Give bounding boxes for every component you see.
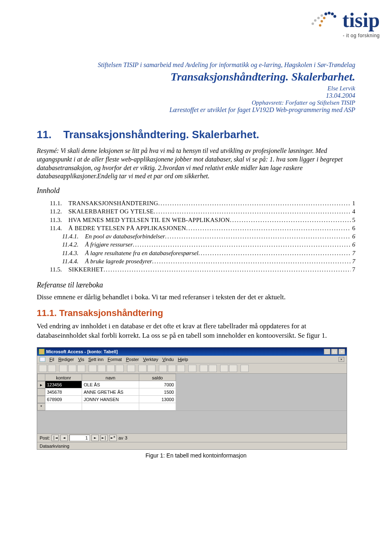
nav-first-button[interactable]: |◄ [51, 435, 59, 441]
toolbar-db-window-icon[interactable] [220, 365, 228, 372]
menu-item[interactable]: Sett inn [88, 357, 103, 362]
access-app-icon [39, 349, 45, 354]
svg-point-3 [321, 14, 323, 17]
toc-entry[interactable]: 11.5.SIKKERHET7 [37, 265, 355, 274]
cell-saldo[interactable]: 13000 [139, 396, 176, 403]
toolbar-view-icon[interactable] [39, 365, 47, 372]
toc-label: SIKKERHET [68, 265, 103, 274]
toc-page: 6 [352, 232, 356, 240]
document-title: Transaksjonshåndtering. Skalerbarhet. [37, 70, 355, 83]
column-header[interactable]: saldo [139, 374, 176, 381]
close-doc-button[interactable]: × [339, 357, 344, 362]
logo-dots-icon [310, 9, 338, 31]
date: 13.04.2004 [37, 92, 355, 99]
toolbar-save-icon[interactable] [48, 365, 56, 372]
toolbar-new-rec-icon[interactable] [200, 365, 208, 372]
toc-entry[interactable]: 11.4.4.Å bruke lagrede prosedyrer7 [37, 257, 355, 265]
column-header[interactable]: navn [82, 374, 139, 381]
toc-leader [154, 207, 351, 215]
cell-saldo[interactable]: 7000 [139, 381, 176, 388]
cell-kontonr[interactable]: 123456 [45, 381, 82, 388]
toc-label: HVA MENES MED YTELSEN TIL EN WEB-APPLIKA… [68, 216, 229, 224]
toc-number: 11.4.4. [62, 257, 78, 265]
toolbar-find-icon[interactable] [188, 365, 196, 372]
menu-item[interactable]: Verktøy [143, 357, 158, 362]
toc-entry[interactable]: 11.4.1.En pool av databaseforbindelser6 [37, 232, 355, 240]
nav-last-button[interactable]: ►| [100, 435, 108, 441]
toc-page: 6 [352, 240, 356, 249]
toolbar-format-icon[interactable] [116, 365, 124, 372]
toolbar-paste-icon[interactable] [107, 365, 115, 372]
nav-of-label: av [118, 435, 123, 440]
nav-current-input[interactable]: 1 [69, 435, 90, 441]
menu-item[interactable]: Rediger [58, 357, 74, 362]
toolbar-filter-sel-icon[interactable] [159, 365, 167, 372]
new-record-row[interactable]: * [37, 403, 347, 410]
toc-entry[interactable]: 11.2.SKALERBARHET OG YTELSE4 [37, 207, 355, 215]
table-row[interactable]: 345678ANNE GRETHE ÅS1500 [37, 388, 347, 396]
menu-item[interactable]: Hjelp [178, 357, 188, 362]
toc-leader [133, 240, 350, 249]
resyme-text: Resymé: Vi skali denne leksjonen se litt… [37, 147, 355, 181]
contents-label: Innhold [37, 186, 355, 195]
toolbar-undo-icon[interactable] [127, 365, 135, 372]
table-row[interactable]: ▸123456OLE ÅS7000 [37, 381, 347, 388]
minimize-button[interactable]: _ [324, 349, 330, 354]
toc-number: 11.4. [50, 224, 62, 232]
table-row[interactable]: 678909JONNY HANSEN13000 [37, 396, 347, 403]
cell-navn[interactable]: OLE ÅS [82, 381, 139, 388]
section-number: 11. [37, 128, 51, 141]
toolbar-sort-asc-icon[interactable] [138, 365, 147, 372]
toolbar-copy-icon[interactable] [98, 365, 106, 372]
menu-item[interactable]: Vis [78, 357, 84, 362]
toc-page: 7 [352, 257, 356, 265]
toolbar-apply-filter-icon[interactable] [177, 365, 185, 372]
toc-number: 11.3. [50, 216, 62, 224]
toolbar-help-icon[interactable] [241, 365, 249, 372]
toc-entry[interactable]: 11.3.HVA MENES MED YTELSEN TIL EN WEB-AP… [37, 216, 355, 224]
toolbar [37, 363, 347, 374]
toolbar-new-obj-icon[interactable] [229, 365, 237, 372]
menu-item[interactable]: Vindu [163, 357, 174, 362]
column-header[interactable]: kontonr [45, 374, 82, 381]
toc-entry[interactable]: 11.4.3.Å lagre resultatene fra en databa… [37, 249, 355, 257]
toc-entry[interactable]: 11.4.Å BEDRE YTELSEN PÅ APPLIKASJONEN6 [37, 224, 355, 232]
cell-navn[interactable]: ANNE GRETHE ÅS [82, 388, 139, 396]
toc-number: 11.1. [50, 199, 62, 207]
toc-label: En pool av databaseforbindelser [85, 232, 165, 240]
menu-item[interactable]: Fil [49, 357, 54, 362]
select-all-handle[interactable] [37, 374, 45, 381]
cell-navn[interactable]: JONNY HANSEN [82, 396, 139, 403]
menu-item[interactable]: Format [108, 357, 122, 362]
reference-heading: Referanse til læreboka [37, 281, 355, 289]
toolbar-print-icon[interactable] [59, 365, 67, 372]
maximize-button[interactable]: □ [331, 349, 338, 354]
cell-kontonr[interactable]: 345678 [45, 388, 82, 396]
logo-tagline: - it og forskning [310, 33, 380, 38]
nav-next-button[interactable]: ► [91, 435, 99, 441]
toc-entry[interactable]: 11.1.TRANSAKSJONSHÅNDTERING1 [37, 199, 355, 207]
toolbar-del-rec-icon[interactable] [209, 365, 217, 372]
cell-kontonr[interactable]: 678909 [45, 396, 82, 403]
toc-leader [152, 257, 351, 265]
close-button[interactable]: × [339, 349, 345, 354]
toolbar-filter-form-icon[interactable] [168, 365, 176, 372]
toc-entry[interactable]: 11.4.2.Å frigjøre ressurser6 [37, 240, 355, 249]
row-selector[interactable] [37, 388, 45, 396]
nav-new-button[interactable]: ►* [109, 435, 117, 441]
row-selector[interactable]: ▸ [37, 381, 45, 388]
toolbar-sort-desc-icon[interactable] [147, 365, 156, 372]
logo-brand: tisip [342, 8, 380, 32]
toc-page: 5 [352, 216, 356, 224]
subsection-number: 11.1. [37, 308, 57, 318]
cell-saldo[interactable]: 1500 [139, 388, 176, 396]
nav-total: 3 [125, 435, 127, 440]
toolbar-preview-icon[interactable] [68, 365, 76, 372]
toc-label: TRANSAKSJONSHÅNDTERING [68, 199, 158, 207]
row-selector[interactable] [37, 396, 45, 403]
toolbar-spell-icon[interactable] [77, 365, 85, 372]
nav-prev-button[interactable]: ◄ [60, 435, 68, 441]
menu-item[interactable]: Poster [126, 357, 139, 362]
access-window: Microsoft Access - [konto: Tabell] _ □ ×… [37, 347, 347, 450]
toolbar-cut-icon[interactable] [89, 365, 97, 372]
